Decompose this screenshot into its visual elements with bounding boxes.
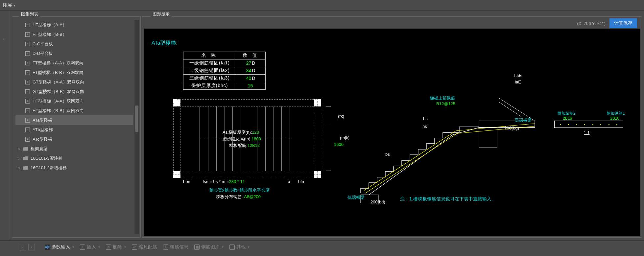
param-name: 保护层厚度(bhc)	[183, 82, 236, 90]
atlas-list-title: 图集列表	[19, 11, 40, 17]
param-name: 三级钢筋锚固(la3)	[183, 75, 236, 82]
section-view: l aE laE 梯板上部纵筋 B12@125 bs hs 高端梯梁 200(b…	[347, 60, 564, 204]
delete-icon: ✕	[106, 244, 111, 250]
top-menu-bar: 楼层▾	[0, 0, 644, 11]
calculate-save-button[interactable]: 计算保存	[609, 18, 637, 28]
drawing-canvas[interactable]: ATa型楼梯: 名 称数 值 一级钢筋锚固(la1)27D二级钢筋锚固(la2)…	[144, 29, 640, 236]
tree-item[interactable]: C-C平台板	[15, 39, 133, 49]
document-icon	[25, 51, 30, 56]
tree-item-label: HT型楼梯（B-B）双网双向	[33, 108, 84, 114]
tree-item[interactable]: GT型楼梯（B-B）双网双向	[15, 87, 133, 96]
tree-group[interactable]: ▷框架扁梁	[15, 144, 133, 153]
param-name: 一级钢筋锚固(la1)	[183, 59, 236, 67]
tree-item-label: GT型楼梯（A-A）双网双向	[33, 79, 84, 85]
insert-button[interactable]: +插入▾	[80, 244, 100, 250]
document-icon	[25, 23, 30, 27]
tree-item-label: C-C平台板	[33, 41, 53, 47]
graphic-panel-title: 图形显示	[151, 11, 172, 17]
tree-item-label: HT型楼梯（B-B）	[33, 32, 67, 37]
document-icon	[25, 128, 30, 132]
expand-icon[interactable]: ▷	[17, 156, 21, 160]
info-icon: i	[163, 244, 168, 250]
tree-item[interactable]: GT型楼梯（A-A）双网双向	[15, 77, 133, 87]
tree-item-label: HT型楼梯（A-A）双网双向	[33, 98, 84, 104]
tree-item[interactable]: ATb型楼梯	[15, 125, 133, 134]
tree-item[interactable]: FT型楼梯（B-B）双网双向	[15, 68, 133, 77]
delete-button[interactable]: ✕删除▾	[106, 244, 126, 250]
table-header-value: 数 值	[236, 52, 266, 59]
atlas-tree[interactable]: HT型楼梯（A-A）HT型楼梯（B-B）C-C平台板D-D平台板FT型楼梯（A-…	[15, 20, 140, 234]
parameter-table: 名 称数 值 一级钢筋锚固(la1)27D二级钢筋锚固(la2)34D三级钢筋锚…	[183, 52, 266, 90]
drawing-note: 注：1.楼梯板钢筋信息也可在下表中直接输入.	[400, 196, 493, 202]
folder-icon	[23, 166, 28, 170]
document-icon	[25, 137, 30, 142]
other-icon: ⋯	[229, 244, 235, 250]
document-icon	[25, 70, 30, 75]
atlas-list-panel: 图集列表 HT型楼梯（A-A）HT型楼梯（B-B）C-C平台板D-D平台板FT型…	[9, 11, 141, 240]
tree-item[interactable]: D-D平台板	[15, 49, 133, 58]
param-name: 二级钢筋锚固(la2)	[183, 67, 236, 75]
tree-item[interactable]: ATa型楼梯	[15, 115, 133, 125]
library-icon: ▦	[194, 244, 200, 250]
document-icon	[25, 32, 30, 37]
document-icon	[25, 80, 30, 84]
insert-icon: +	[80, 244, 85, 250]
nav-prev-button[interactable]: ‹	[20, 244, 26, 250]
document-icon	[25, 61, 30, 65]
scale-rebar-button[interactable]: ⤢缩尺配筋	[132, 244, 157, 250]
tree-group-label: 框架扁梁	[31, 146, 48, 152]
tree-item[interactable]: HT型楼梯（A-A）双网双向	[15, 96, 133, 106]
tree-item-label: ATc型楼梯	[33, 136, 52, 142]
other-button[interactable]: ⋯其他▾	[229, 244, 250, 250]
table-row: 二级钢筋锚固(la2)34D	[183, 67, 266, 75]
tree-scrollbar[interactable]	[134, 20, 139, 234]
drawing-title: ATa型楼梯:	[152, 40, 178, 47]
document-icon	[25, 108, 30, 113]
rebar-info-button[interactable]: i钢筋信息	[163, 244, 188, 250]
table-row: 保护层厚度(bhc)15	[183, 82, 266, 90]
chevron-down-icon: ▾	[14, 4, 15, 7]
tree-item[interactable]: HT型楼梯（A-A）	[15, 20, 133, 30]
tree-item-label: ATa型楼梯	[33, 117, 52, 123]
param-value[interactable]: 34D	[236, 67, 266, 75]
plan-view: AT.梯板厚度(h):120 踏步段总高(th):1800 梯板配筋:12B12…	[173, 99, 321, 185]
folder-icon	[23, 147, 28, 151]
scrollbar-thumb[interactable]	[135, 105, 138, 132]
tree-item-label: D-D平台板	[33, 51, 53, 57]
document-icon	[25, 118, 30, 123]
tree-item[interactable]: HT型楼梯（B-B）	[15, 30, 133, 39]
tree-group[interactable]: ▷16G101-2新增楼梯	[15, 163, 133, 173]
param-value[interactable]: 27D	[236, 59, 266, 67]
svg-line-3	[499, 102, 522, 117]
expand-icon[interactable]: ▷	[17, 166, 21, 170]
param-icon: a|e	[45, 244, 50, 250]
scale-icon: ⤢	[132, 244, 137, 250]
document-icon	[25, 89, 30, 94]
graphic-panel: 图形显示 (X: 706 Y: 741) 计算保存 ATa型楼梯: 名 称数 值…	[141, 11, 644, 240]
cursor-coordinates: (X: 706 Y: 741)	[577, 21, 606, 26]
rebar-library-button[interactable]: ▦钢筋图库▾	[194, 244, 224, 250]
param-value[interactable]: 40D	[236, 75, 266, 82]
tree-group[interactable]: ▷16G101-3灌注桩	[15, 153, 133, 163]
nav-next-button[interactable]: ›	[28, 244, 35, 250]
document-icon	[25, 99, 30, 104]
tree-item-label: ATb型楼梯	[33, 127, 53, 133]
tree-item[interactable]: FT型楼梯（A-A）双网双向	[15, 58, 133, 68]
left-collapse-strip: ››	[0, 11, 9, 240]
floor-menu[interactable]: 楼层▾	[3, 2, 15, 8]
tree-item[interactable]: ATc型楼梯	[15, 134, 133, 144]
table-row: 三级钢筋锚固(la3)40D	[183, 75, 266, 82]
folder-icon	[23, 156, 28, 160]
param-value[interactable]: 15	[236, 82, 266, 90]
tree-item-label: HT型楼梯（A-A）	[33, 22, 67, 28]
param-input-button[interactable]: a|e参数输入▾	[45, 244, 74, 250]
tree-item-label: GT型楼梯（B-B）双网双向	[33, 89, 84, 95]
bottom-toolbar: ‹ › a|e参数输入▾ +插入▾ ✕删除▾ ⤢缩尺配筋 i钢筋信息 ▦钢筋图库…	[0, 240, 644, 253]
tree-group-label: 16G101-3灌注桩	[31, 155, 62, 161]
document-icon	[25, 42, 30, 46]
tree-item[interactable]: HT型楼梯（B-B）双网双向	[15, 106, 133, 115]
tree-item-label: FT型楼梯（A-A）双网双向	[33, 60, 83, 66]
section-detail-1-1: 附加纵筋2 2B16 附加纵筋1 2B16 1-1	[554, 121, 623, 128]
collapse-handle[interactable]: ››	[3, 37, 6, 41]
expand-icon[interactable]: ▷	[17, 147, 21, 151]
